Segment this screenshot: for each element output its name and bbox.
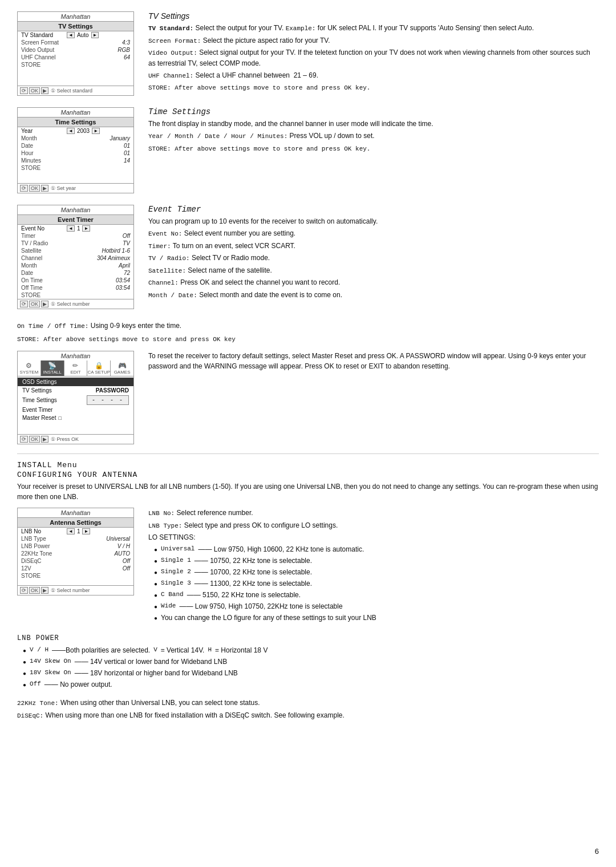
event-no-value: 1: [77, 225, 80, 232]
tab-games[interactable]: 🎮 GAMES: [111, 360, 133, 376]
menu-item-osd[interactable]: OSD Settings: [18, 378, 133, 386]
tv-standard-label: TV Standard: [21, 32, 67, 38]
master-nav-left[interactable]: ⟳: [20, 436, 28, 443]
year-left-arrow[interactable]: ◄: [67, 128, 75, 134]
master-reset-description: To reset the receiver to factory default…: [148, 351, 599, 371]
antenna-store-row: STORE: [18, 572, 133, 580]
password-label: PASSWORD: [96, 387, 129, 394]
install-icon: 📡: [41, 362, 64, 370]
menu-item-event[interactable]: Event Timer: [18, 406, 133, 414]
tv-nav-left[interactable]: ⟳: [20, 87, 28, 94]
event-month-value: April: [119, 262, 130, 269]
time-nav-left[interactable]: ⟳: [20, 185, 28, 192]
off-time-row: Off Time 03:54: [18, 284, 133, 291]
event-nav-ok[interactable]: OK: [29, 301, 40, 307]
tv-nav-right[interactable]: ▶: [41, 87, 48, 94]
tv-radio-value: TV: [123, 240, 130, 246]
tv-standard-right-arrow[interactable]: ►: [91, 32, 99, 38]
tab-system[interactable]: ⚙ SYSTEM: [18, 360, 41, 376]
lnb-power-label: LNB Power: [21, 543, 50, 549]
date-label: Date: [21, 143, 33, 149]
lnb-power-list: V / H ——Both polarities are selected. V …: [17, 645, 599, 690]
timer-label: Timer: [21, 233, 35, 239]
khz-tone-label: 22KHz Tone: [21, 550, 52, 557]
event-desc-5: Channel: Press OK and select the channel…: [148, 277, 599, 288]
tv-desc-3: UHF Channel: Select a UHF channel betwee…: [148, 70, 599, 81]
configuring-antenna-title: CONFIGURING YOUR ANTENNA: [17, 471, 599, 479]
event-box-title: Event Timer: [18, 214, 133, 225]
timer-row: Timer Off: [18, 232, 133, 240]
antenna-nav-ok[interactable]: OK: [29, 587, 40, 594]
menu-item-tv-settings-row: TV Settings PASSWORD: [18, 386, 133, 395]
khz-tone-row: 22KHz Tone AUTO: [18, 550, 133, 557]
hour-label: Hour: [21, 150, 34, 156]
time-nav-ok[interactable]: OK: [29, 185, 40, 192]
tab-install[interactable]: 📡 INSTALL: [41, 360, 64, 376]
channel-label: Channel: [21, 255, 42, 261]
tv-footer-circle: ①: [51, 88, 55, 94]
antenna-nav-left[interactable]: ⟳: [20, 587, 28, 594]
lo-item-1: Single 1 —— 10750, 22 KHz tone is select…: [154, 556, 599, 566]
time-footer-circle: ①: [51, 185, 55, 191]
tv-radio-row: TV / Radio TV: [18, 240, 133, 247]
event-date-row: Date 72: [18, 269, 133, 277]
ca-setup-icon: 🔒: [87, 362, 110, 370]
master-nav-ok[interactable]: OK: [29, 436, 40, 443]
event-no-row: Event No ◄ 1 ►: [18, 225, 133, 232]
screen-format-value: 4:3: [122, 39, 130, 46]
lnb-power-row: LNB Power V / H: [18, 542, 133, 550]
lo-settings-title: LO SETTINGS:: [148, 532, 599, 542]
event-date-value: 72: [124, 270, 130, 276]
antenna-nav-right[interactable]: ▶: [41, 587, 48, 594]
time-settings-footer-label: ① Set year: [51, 185, 76, 191]
event-desc-0: You can program up to 10 events for the …: [148, 216, 599, 226]
lnb-no-left-arrow[interactable]: ◄: [67, 528, 75, 534]
on-time-label: On Time: [21, 277, 43, 283]
tab-edit[interactable]: ✏ EDIT: [64, 360, 88, 376]
event-store-row: STORE: [18, 291, 133, 299]
off-time-value: 03:54: [116, 285, 130, 291]
menu-item-tv[interactable]: TV Settings: [22, 387, 52, 394]
year-right-arrow[interactable]: ►: [92, 128, 100, 134]
hour-value: 01: [124, 150, 130, 156]
screen-format-label: Screen Format: [21, 39, 59, 46]
menu-item-time[interactable]: Time Settings: [22, 397, 57, 403]
tab-ca-setup[interactable]: 🔒 CA SETUP: [87, 360, 111, 376]
tab-system-label: SYSTEM: [19, 370, 38, 375]
tv-nav-ok[interactable]: OK: [29, 87, 40, 94]
tv-settings-heading: TV Settings: [148, 11, 599, 21]
edit-icon: ✏: [64, 362, 87, 370]
event-nav-right[interactable]: ▶: [41, 301, 48, 307]
month-row: Month January: [18, 135, 133, 142]
master-reset-box: Manhattan ⚙ SYSTEM 📡 INSTALL ✏ EDIT 🔒 CA: [17, 351, 134, 444]
event-no-right-arrow[interactable]: ►: [82, 225, 90, 232]
time-settings-desc: Time Settings The front display in stand…: [148, 107, 599, 196]
tv-standard-left-arrow[interactable]: ◄: [67, 32, 75, 38]
event-month-row: Month April: [18, 262, 133, 269]
antenna-nav-icons: ⟳ OK ▶: [20, 587, 48, 594]
install-desc: Your receiver is preset to UNIVERSAL LNB…: [17, 481, 599, 502]
event-month-label: Month: [21, 262, 37, 269]
event-desc-1: Event No: Select event number you are se…: [148, 228, 599, 239]
tab-edit-label: EDIT: [70, 370, 80, 375]
tv-store-label: STORE: [21, 62, 40, 68]
menu-item-master-reset[interactable]: Master Reset: [22, 415, 56, 421]
on-off-time-line: On Time / Off Time: Using 0-9 keys enter…: [17, 321, 599, 331]
master-reset-indicator: □: [58, 415, 61, 421]
lo-item-0: Universal—— Low 9750, High 10600, 22 KHz…: [154, 544, 599, 554]
antenna-footer-label: ① Select number: [51, 588, 90, 593]
antenna-settings-box-col: Manhattan Antenna Settings LNB No ◄ 1 ► …: [17, 508, 137, 624]
lo-item-3: Single 3 —— 11300, 22 KHz tone is select…: [154, 578, 599, 589]
satellite-label: Satellite: [21, 248, 42, 254]
event-timer-box-col: Manhattan Event Timer Event No ◄ 1 ► Tim…: [17, 205, 137, 311]
master-nav-right[interactable]: ▶: [41, 436, 48, 443]
antenna-settings-box: Manhattan Antenna Settings LNB No ◄ 1 ► …: [17, 508, 134, 595]
antenna-footer: ⟳ OK ▶ ① Select number: [18, 585, 133, 595]
event-no-left-arrow[interactable]: ◄: [67, 225, 75, 232]
master-footer-circle: ①: [51, 436, 55, 442]
event-nav-left[interactable]: ⟳: [20, 301, 28, 307]
lnb-no-right-arrow[interactable]: ►: [82, 528, 90, 534]
master-footer-label: ① Press OK: [51, 436, 79, 442]
uhf-channel-row: UHF Channel 64: [18, 54, 133, 61]
time-nav-right[interactable]: ▶: [41, 185, 48, 192]
